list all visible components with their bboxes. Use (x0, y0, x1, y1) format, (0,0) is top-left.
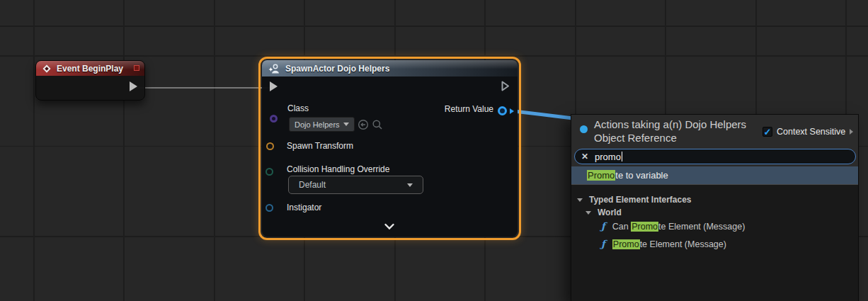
collapse-triangle-icon[interactable] (586, 211, 591, 215)
tree-group-typed-element-interfaces[interactable]: Typed Element Interfaces (577, 195, 692, 205)
event-node-title: Event BeginPlay (57, 64, 123, 74)
collision-handling-dropdown[interactable]: Default (288, 176, 423, 194)
spawn-transform-label: Spawn Transform (287, 141, 353, 151)
search-match-highlight: Promo (612, 239, 640, 249)
expand-node-chevron-icon[interactable] (384, 223, 395, 230)
class-select-dropdown[interactable]: Dojo Helpers (289, 117, 355, 132)
collapse-triangle-icon[interactable] (577, 198, 583, 202)
spawnactor-node[interactable]: SpawnActor Dojo Helpers Class Dojo Helpe… (262, 60, 518, 237)
chevron-down-icon (407, 183, 413, 187)
function-icon: ƒ (601, 239, 605, 249)
use-selected-asset-icon[interactable] (358, 119, 369, 130)
return-value-pin-arrow (510, 108, 514, 114)
collision-handling-label: Collision Handling Override (287, 164, 389, 174)
class-select-value: Dojo Helpers (295, 120, 340, 129)
exec-input-pin[interactable] (270, 81, 278, 91)
spawnactor-node-title: SpawnActor Dojo Helpers (285, 64, 389, 74)
clear-search-icon[interactable]: ✕ (581, 152, 588, 161)
exec-wire[interactable] (136, 87, 272, 89)
search-match-highlight: Promo (631, 222, 658, 232)
action-item-promote-element[interactable]: ƒ Promote Element (Message) (601, 239, 726, 249)
function-icon: ƒ (601, 222, 605, 232)
context-menu-header: Actions taking a(n) Dojo Helpers Object … (571, 115, 858, 166)
collision-handling-value: Default (299, 180, 326, 190)
context-menu-title: Actions taking a(n) Dojo Helpers Object … (594, 118, 746, 144)
return-value-label: Return Value (445, 104, 493, 114)
search-value: promo (595, 152, 621, 162)
context-sensitive-checkbox[interactable]: ✓ (763, 127, 772, 137)
exec-output-pin[interactable] (501, 81, 510, 91)
class-pin-label: Class (287, 103, 309, 113)
actions-context-menu: Actions taking a(n) Dojo Helpers Object … (571, 114, 859, 301)
context-sensitive-label: Context Sensitive (777, 127, 845, 137)
tree-group-world[interactable]: World (586, 208, 622, 217)
exec-output-pin[interactable] (130, 81, 137, 91)
browse-asset-icon[interactable] (372, 119, 383, 130)
search-match-highlight: Promo (587, 170, 615, 181)
spawn-transform-pin[interactable] (266, 142, 274, 150)
check-icon: ✓ (764, 127, 772, 137)
action-item-can-promote-element[interactable]: ƒ Can Promote Element (Message) (601, 222, 745, 232)
chevron-down-icon (343, 123, 349, 126)
action-tree-list: Typed Element Interfaces World ƒ Can Pro… (571, 185, 858, 301)
spawnactor-node-header: SpawnActor Dojo Helpers (262, 60, 518, 76)
spawn-actor-icon (268, 63, 280, 74)
event-beginplay-node[interactable]: Event BeginPlay (35, 60, 145, 101)
event-node-header: Event BeginPlay (36, 61, 144, 76)
action-item-promote-to-variable[interactable]: Promote to variable (571, 166, 858, 184)
instigator-pin[interactable] (265, 204, 273, 212)
event-icon (42, 64, 50, 72)
collision-handling-pin[interactable] (265, 168, 273, 176)
search-input[interactable]: ✕ promo (574, 149, 856, 164)
instigator-label: Instigator (287, 203, 321, 212)
delegate-pin[interactable] (134, 65, 139, 71)
text-caret (622, 152, 622, 161)
object-pin-dot-icon (580, 125, 588, 133)
class-input-pin[interactable] (270, 115, 278, 123)
return-value-pin[interactable] (498, 106, 507, 115)
blueprint-editor: Event BeginPlay SpawnActor Dojo Helpers … (0, 0, 868, 301)
context-sensitive-expand-arrow-icon[interactable] (850, 129, 853, 135)
